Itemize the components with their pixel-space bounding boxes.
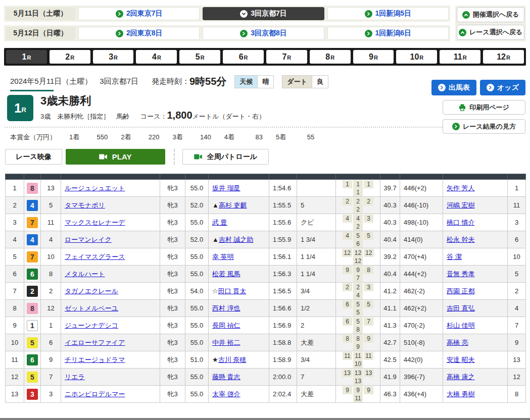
play-button[interactable]: PLAY	[66, 149, 165, 165]
horse-name-link[interactable]: ローマンレイク	[65, 236, 112, 243]
trainer-name-link[interactable]: 音無 秀孝	[447, 270, 475, 278]
corner-order-cell: 2234	[336, 283, 380, 300]
race-number-tab[interactable]: 2R	[50, 50, 90, 64]
meeting-button[interactable]: 1回新潟5日	[327, 7, 449, 20]
horse-name-link[interactable]: ニホンピロデルマー	[65, 390, 125, 398]
trainer-name-link[interactable]: 河嶋 宏樹	[447, 201, 475, 209]
jockey-name-link[interactable]: 長岡 禎仁	[212, 322, 240, 329]
horse-name-link[interactable]: タガノエクレール	[65, 287, 118, 295]
meeting-button[interactable]: 2回東京8日	[78, 27, 200, 40]
trainer-name-link[interactable]: 高橋 亮	[447, 339, 468, 346]
jockey-name-link[interactable]: 藤懸 貴志	[212, 373, 240, 381]
horse-name-link[interactable]: ルージュシュエット	[65, 184, 125, 192]
odds-button[interactable]: オッズ	[480, 80, 525, 95]
corner-order-cell: 11111110	[336, 351, 380, 369]
jockey-name-link[interactable]: 武 豊	[212, 219, 227, 226]
horse-name-link[interactable]: フェイマスグラース	[65, 253, 125, 260]
jockey-name-link[interactable]: 松若 風馬	[212, 270, 240, 278]
corner-position-box: 4	[353, 215, 363, 223]
patrol-video-button[interactable]: 全周パトロール	[182, 149, 269, 165]
corner-position-box: 8	[364, 266, 373, 274]
race-number-tab[interactable]: 7R	[266, 50, 307, 64]
trainer-name-link[interactable]: 安達 昭夫	[447, 356, 475, 363]
last-3f-cell: 40.4	[380, 231, 400, 248]
race-number-tab[interactable]: 4R	[136, 50, 177, 64]
jockey-name-link[interactable]: 幸 英明	[212, 253, 234, 260]
horse-name-link[interactable]: メタルハート	[65, 270, 105, 278]
corner-position-box: 13	[353, 369, 363, 377]
horse-name-link[interactable]: チリエージョドラマ	[65, 356, 125, 363]
race-number-tab[interactable]: 8R	[310, 50, 351, 64]
carried-weight-cell: 55.0	[185, 214, 209, 231]
popularity-cell: 10	[508, 248, 526, 266]
race-number-tab[interactable]: 3R	[93, 50, 134, 64]
sex-age-cell: 牝3	[160, 197, 185, 214]
last-3f-cell: 46.3	[380, 386, 400, 403]
jockey-name-link[interactable]: 古川 奈穂	[218, 356, 247, 363]
margin-cell	[297, 180, 336, 197]
finish-position-cell: 2	[6, 197, 24, 214]
meeting-button[interactable]: 3回京都7日	[203, 7, 324, 20]
horse-name-link[interactable]: イエローサファイア	[65, 339, 125, 346]
back-button[interactable]: レース選択へ戻る	[457, 25, 524, 40]
race-condition-text: 3歳 未勝利牝［指定］ 馬齢	[40, 113, 129, 120]
jockey-name-link[interactable]: 田口 貫太	[218, 287, 247, 295]
body-weight-cell: 462(-2)	[400, 283, 443, 300]
race-number-tab[interactable]: 9R	[353, 50, 394, 64]
race-number-tab[interactable]: 1R	[6, 50, 47, 64]
meeting-button[interactable]: 2回東京7日	[78, 7, 200, 20]
frame-number-cell: 6	[24, 351, 41, 369]
jockey-name-link[interactable]: 中井 裕二	[212, 339, 240, 346]
jockey-cell: 武 豊	[209, 214, 269, 231]
race-number-tab[interactable]: 10R	[396, 50, 437, 64]
trainer-cell: 杉山 佳明	[443, 317, 508, 334]
horse-name-link[interactable]: マックスセレナーデ	[65, 219, 125, 226]
jockey-allowance-mark: ▲	[212, 201, 219, 209]
table-row: 13 3 3 ニホンピロデルマー 牝3 55.0 太宰 啓介 2:02.4 大差…	[6, 386, 526, 403]
jockey-name-link[interactable]: 太宰 啓介	[212, 390, 240, 398]
corner-order-cell: 6578	[336, 317, 380, 334]
horse-name-link[interactable]: タマモナポリ	[65, 201, 105, 209]
horse-name-cell: ゼットメルベーユ	[61, 300, 160, 317]
trainer-name-link[interactable]: 大橋 勇樹	[447, 390, 475, 398]
trainer-name-link[interactable]: 矢作 芳人	[447, 184, 475, 192]
sex-age-cell: 牝3	[160, 334, 185, 351]
jockey-name-link[interactable]: 西村 淳也	[212, 304, 240, 312]
race-number-tab[interactable]: 12R	[483, 50, 524, 64]
trainer-name-link[interactable]: 松永 幹夫	[447, 236, 475, 243]
trainer-name-link[interactable]: 橋口 慎介	[447, 219, 475, 226]
corner-position-box: 5	[353, 308, 363, 317]
race-tab-suffix: R	[27, 55, 31, 61]
meeting-button[interactable]: 1回新潟6日	[327, 27, 449, 40]
result-guide-button[interactable]: レース結果の見方	[443, 119, 525, 134]
race-number-tab[interactable]: 6R	[223, 50, 264, 64]
trainer-name-link[interactable]: 杉山 佳明	[447, 322, 475, 329]
race-number-tab[interactable]: 5R	[179, 50, 220, 64]
carried-weight-cell: 55.0	[185, 386, 209, 403]
trainer-name-link[interactable]: 谷 潔	[447, 253, 462, 260]
corner-position-box: 2	[343, 283, 352, 291]
horse-name-link[interactable]: ゼットメルベーユ	[65, 304, 118, 312]
finish-position-cell: 7	[6, 283, 24, 300]
course-label: コース：	[140, 113, 167, 120]
horse-name-link[interactable]: ジューンナデシコ	[65, 322, 118, 329]
jockey-name-link[interactable]: 吉村 誠之助	[219, 236, 254, 243]
race-number-tab[interactable]: 11R	[440, 50, 480, 64]
jockey-name-link[interactable]: 高杉 吏麒	[219, 201, 247, 209]
jockey-cell: ▲高杉 吏麒	[209, 197, 269, 214]
last-3f-cell: 40.3	[380, 214, 400, 231]
jockey-name-link[interactable]: 坂井 瑠星	[212, 184, 240, 192]
column-header	[400, 174, 443, 180]
finish-position-cell: 9	[6, 317, 24, 334]
start-time-label: 発走時刻：	[152, 77, 189, 86]
back-button[interactable]: 開催選択へ戻る	[457, 7, 524, 22]
column-header	[185, 174, 209, 180]
corner-position-box: 5	[364, 300, 373, 308]
print-page-button[interactable]: 印刷用ページ	[443, 100, 525, 115]
trainer-name-link[interactable]: 高橋 康之	[447, 373, 475, 381]
trainer-name-link[interactable]: 吉田 直弘	[447, 304, 475, 312]
entries-button[interactable]: 出馬表	[431, 80, 476, 95]
trainer-name-link[interactable]: 西園 正都	[447, 287, 475, 295]
horse-name-link[interactable]: リエラ	[65, 373, 85, 381]
meeting-button[interactable]: 3回京都8日	[203, 27, 324, 40]
